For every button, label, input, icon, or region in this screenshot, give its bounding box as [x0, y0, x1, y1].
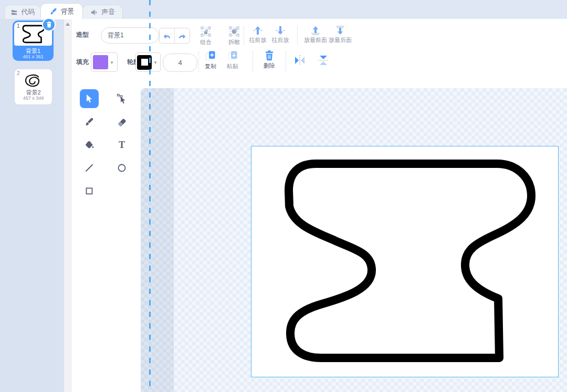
bring-forward-label: 往前放 — [249, 37, 267, 43]
bring-forward-button[interactable]: 往前放 — [246, 26, 269, 43]
rectangle-tool[interactable] — [80, 182, 99, 200]
drawn-shape[interactable] — [289, 164, 531, 358]
backdrop-2-index: 2 — [17, 70, 20, 76]
backdrop-1-size: 481 x 361 — [13, 54, 54, 59]
backdrop-1-index: 1 — [17, 23, 20, 29]
line-icon — [84, 163, 94, 173]
paste-icon — [227, 50, 238, 61]
eraser-tool[interactable] — [112, 112, 131, 131]
text-tool[interactable]: T — [112, 135, 131, 154]
toolbar-divider — [244, 26, 244, 45]
text-icon: T — [117, 140, 127, 150]
flip-vertical-button[interactable] — [317, 54, 330, 69]
fill-caret-down-icon: ▾ — [108, 60, 116, 65]
bring-forward-icon — [253, 26, 263, 35]
backdrop-item-2[interactable]: 2 背景2 457 x 349 — [14, 69, 52, 105]
circle-tool[interactable] — [112, 158, 131, 177]
reshape-tool[interactable] — [112, 89, 131, 108]
outline-caret-down-icon: ▾ — [152, 60, 159, 65]
send-to-back-icon — [335, 26, 345, 35]
copy-icon — [205, 50, 216, 61]
toolbar-divider — [286, 51, 286, 72]
toolbar-divider — [297, 26, 298, 45]
fill-tool[interactable] — [80, 135, 99, 154]
delete-label: 删除 — [264, 63, 275, 69]
ungroup-button[interactable]: 拆散 — [224, 26, 245, 45]
undo-icon — [163, 32, 171, 39]
undo-redo-group — [159, 28, 190, 44]
fill-color-picker[interactable]: ▾ — [91, 52, 118, 72]
paint-bucket-icon — [83, 139, 95, 151]
outline-swatch-hole — [141, 59, 148, 66]
send-to-back-button[interactable]: 放最后面 — [326, 26, 354, 43]
speaker-icon — [90, 8, 98, 16]
scratch-paint-editor: 代码 背景 声音 1 背景1 481 x 361 — [0, 0, 567, 392]
tab-backdrops-label: 背景 — [61, 7, 75, 16]
send-to-back-label: 放最后面 — [329, 37, 352, 43]
ungroup-label: 拆散 — [228, 39, 240, 45]
rectangle-icon — [84, 186, 94, 196]
flip-horizontal-icon — [293, 55, 307, 66]
flip-horizontal-button[interactable] — [293, 55, 307, 68]
line-tool[interactable] — [80, 158, 99, 177]
undo-button[interactable] — [160, 28, 175, 43]
paste-button[interactable]: 粘贴 — [222, 50, 243, 69]
fill-color-swatch[interactable] — [93, 55, 108, 69]
copy-label: 复制 — [205, 63, 216, 69]
flip-vertical-icon — [317, 54, 330, 67]
tab-code[interactable]: 代码 — [4, 5, 41, 19]
paintbrush-icon — [49, 7, 58, 16]
backdrop-2-thumb-image — [20, 72, 46, 89]
pane-resize-divider[interactable] — [149, 0, 151, 392]
eraser-icon — [117, 116, 127, 127]
select-tool[interactable] — [80, 89, 99, 108]
send-backward-icon — [275, 26, 286, 35]
tab-bar: 代码 背景 声音 — [0, 0, 567, 19]
toolbar-divider — [253, 51, 253, 72]
delete-trash-icon — [265, 50, 274, 61]
circle-icon — [117, 163, 127, 173]
group-button[interactable]: 组合 — [195, 26, 216, 45]
select-cursor-icon — [84, 93, 94, 104]
tab-sounds[interactable]: 声音 — [82, 5, 123, 19]
reshape-icon — [117, 93, 127, 104]
tab-sounds-label: 声音 — [101, 7, 115, 17]
svg-text:T: T — [119, 140, 125, 150]
bring-to-front-button[interactable]: 放最前面 — [301, 26, 330, 43]
outline-color-picker[interactable]: ▾ — [135, 52, 161, 72]
fill-label: 填充 — [76, 58, 89, 67]
costume-label: 造型 — [76, 30, 89, 39]
code-icon — [10, 8, 18, 16]
sidebar-scrollbar[interactable] — [64, 19, 72, 392]
stroke-width-input[interactable] — [163, 54, 197, 72]
group-label: 组合 — [200, 39, 212, 45]
backdrop-2-size: 457 x 349 — [15, 96, 52, 101]
redo-button[interactable] — [175, 28, 190, 43]
tab-code-label: 代码 — [22, 7, 35, 17]
paint-canvas-area[interactable] — [141, 88, 567, 392]
delete-button[interactable]: 删除 — [259, 50, 280, 69]
tab-backdrops[interactable]: 背景 — [40, 3, 83, 19]
paste-label: 粘贴 — [227, 63, 238, 69]
copy-button[interactable]: 复制 — [200, 50, 221, 69]
backdrop-canvas[interactable] — [251, 146, 559, 377]
toolbar-divider — [198, 51, 199, 72]
redo-icon — [178, 32, 186, 39]
send-backward-label: 往后放 — [272, 37, 289, 43]
bring-to-front-icon — [310, 26, 321, 35]
canvas-outer-margin — [141, 88, 174, 392]
trash-icon — [46, 22, 52, 28]
scrollbar-up-arrow-icon[interactable] — [66, 23, 70, 26]
delete-backdrop-button[interactable] — [42, 18, 56, 31]
group-icon — [200, 26, 212, 37]
drawing-layer[interactable] — [251, 146, 558, 377]
bring-to-front-label: 放最前面 — [304, 37, 327, 43]
send-backward-button[interactable]: 往后放 — [269, 26, 292, 43]
ungroup-icon — [228, 26, 240, 37]
brush-tool[interactable] — [80, 112, 99, 131]
brush-icon — [84, 116, 94, 127]
